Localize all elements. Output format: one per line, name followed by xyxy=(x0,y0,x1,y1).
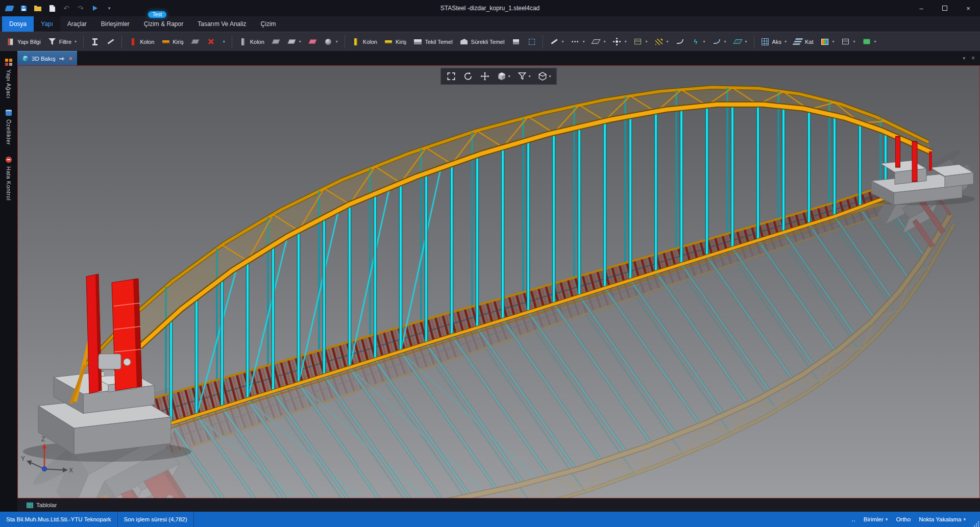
strip-close-icon[interactable]: × xyxy=(971,55,975,62)
brace-more-button[interactable]: ▾ xyxy=(219,34,228,49)
concrete-kolon-button[interactable]: Kolon xyxy=(236,34,267,49)
pan-icon xyxy=(480,71,489,81)
bolt-tool-button[interactable]: ϟ▾ xyxy=(689,34,708,49)
plate-tool-2-button[interactable]: ▾ xyxy=(284,34,304,49)
brace-tool-button[interactable] xyxy=(188,34,203,49)
kat-button[interactable]: Kat xyxy=(791,34,817,49)
caret-icon: ▾ xyxy=(963,517,966,522)
footing-extra-button[interactable] xyxy=(508,34,523,49)
tab-close-icon[interactable]: × xyxy=(68,55,72,62)
tablolar-tab[interactable]: Tablolar xyxy=(21,498,62,512)
bottom-tab-strip: Tablolar xyxy=(17,498,980,512)
menu-cizim-rapor-label: Çizim & Rapor xyxy=(144,20,183,28)
3d-scene-canvas[interactable]: Z X Y xyxy=(18,66,979,498)
surekli-temel-button[interactable]: Sürekli Temel xyxy=(457,34,508,49)
tekil-temel-button[interactable]: Tekil Temel xyxy=(410,34,455,49)
menu-tasarim-analiz[interactable]: Tasarım Ve Analiz xyxy=(190,16,253,32)
view-cube-button[interactable]: ▾ xyxy=(494,70,513,83)
aks-button[interactable]: Aks ▾ xyxy=(758,34,790,49)
sphere-tool-button[interactable]: ▾ xyxy=(321,34,341,49)
filtre-button[interactable]: Filtre ▾ xyxy=(45,34,80,49)
menu-bar: Dosya Yapı Araçlar Birleşimler Çizim & R… xyxy=(0,16,980,32)
open-folder-button[interactable] xyxy=(33,3,43,13)
yapi-bilgi-button[interactable]: Yapı Bilgi xyxy=(3,34,44,49)
status-dots: ‥ xyxy=(851,516,855,523)
close-button[interactable]: × xyxy=(957,0,980,16)
slope-tool-button[interactable] xyxy=(103,34,118,49)
sidebar-item-yapi-agaci[interactable]: Yapı Ağacı xyxy=(0,54,17,103)
column-gray-icon xyxy=(239,37,248,46)
pin-icon[interactable] xyxy=(59,56,65,62)
grid-icon xyxy=(761,37,770,46)
axis-x-label: X xyxy=(69,467,73,474)
quick-access-caret-icon[interactable]: ▾ xyxy=(104,3,114,13)
knife-icon xyxy=(550,37,558,46)
resize-grip[interactable] xyxy=(974,521,975,522)
hatch-icon xyxy=(655,37,664,46)
view-filter-button[interactable]: ▾ xyxy=(514,70,533,83)
tab-3d-bakis[interactable]: 3D Bakış × xyxy=(17,51,77,65)
frame-icon xyxy=(841,37,850,46)
viewport-toolbar: ▾ ▾ ▾ xyxy=(440,68,556,85)
ribbon-toolbar: Yapı Bilgi Filtre ▾ Kolon Kiriş ▾ Kolon xyxy=(0,32,980,51)
nokta-yakalama-dropdown[interactable]: Nokta Yakalama ▾ xyxy=(919,516,966,522)
plane-tool-button[interactable]: ▾ xyxy=(589,34,608,49)
cross-brace-button[interactable] xyxy=(204,34,218,49)
ortho-toggle[interactable]: Ortho xyxy=(896,516,911,522)
fit-view-icon xyxy=(446,71,456,81)
teal-plane-button[interactable]: ▾ xyxy=(730,34,750,49)
caret-icon: ▾ xyxy=(336,39,338,44)
steel-kiris-button[interactable]: Kiriş xyxy=(158,34,186,49)
cut-tool-button[interactable]: ▾ xyxy=(547,34,567,49)
menu-yapi[interactable]: Yapı xyxy=(34,16,60,32)
sidebar-item-ozellikler[interactable]: Özellikler xyxy=(0,105,17,149)
zoom-extents-button[interactable] xyxy=(443,70,459,83)
projection-button[interactable]: ▾ xyxy=(535,70,554,83)
arc-tool-button[interactable]: ▾ xyxy=(709,34,729,49)
points-tool-button[interactable]: ▾ xyxy=(568,34,587,49)
hatch-tool-button[interactable]: ▾ xyxy=(652,34,672,49)
profile-section-button[interactable] xyxy=(87,34,102,49)
window-layout-button[interactable]: ▾ xyxy=(838,34,858,49)
view-filter-icon xyxy=(517,71,527,81)
lightning-icon: ϟ xyxy=(692,37,700,46)
new-file-button[interactable] xyxy=(47,3,57,13)
menu-dosya[interactable]: Dosya xyxy=(2,16,34,32)
pan-button[interactable] xyxy=(477,70,493,83)
axis-kolon-button[interactable]: Kolon xyxy=(349,34,380,49)
menu-cizim[interactable]: Çizim xyxy=(254,16,283,32)
structure-tree-icon xyxy=(5,59,8,62)
menu-cizim-rapor[interactable]: Çizim & Rapor Test xyxy=(137,16,190,32)
brace-plate-icon xyxy=(191,37,200,46)
orbit-button[interactable] xyxy=(460,70,476,83)
display-mode-button[interactable]: ▾ xyxy=(859,34,879,49)
menu-birlesimler[interactable]: Birleşimler xyxy=(94,16,137,32)
point-snap-tool-button[interactable]: ▾ xyxy=(609,34,629,49)
sidebar-label: Yapı Ağacı xyxy=(6,69,12,98)
3d-viewport[interactable]: ▾ ▾ ▾ xyxy=(17,65,980,498)
birimler-label: Birimler xyxy=(864,516,884,522)
menu-araclar[interactable]: Araçlar xyxy=(60,16,94,32)
birimler-dropdown[interactable]: Birimler ▾ xyxy=(864,516,888,522)
table-views-button[interactable]: ▾ xyxy=(817,34,837,49)
selection-rect-button[interactable] xyxy=(524,34,539,49)
pad-footing-icon xyxy=(413,37,422,46)
axis-kiris-button[interactable]: Kiriş xyxy=(381,34,409,49)
window-title: STASteel -dizdar_kopru_1.steel4cad xyxy=(0,5,980,12)
steel-kolon-button[interactable]: Kolon xyxy=(126,34,157,49)
plate-tool-1-button[interactable] xyxy=(268,34,283,49)
sphere-icon xyxy=(324,37,333,46)
plate-pink-button[interactable] xyxy=(305,34,320,49)
save-button[interactable] xyxy=(18,3,29,13)
flag-icon[interactable] xyxy=(90,3,100,13)
plane-icon xyxy=(592,37,600,46)
sidebar-item-hata-kontrol[interactable]: Hata Kontrol xyxy=(0,152,17,205)
minimize-button[interactable]: – xyxy=(910,0,933,16)
tab-list-caret-icon[interactable]: ▾ xyxy=(963,56,965,61)
redo-icon[interactable]: ↷ xyxy=(76,3,86,13)
maximize-button[interactable] xyxy=(933,0,957,16)
curve-tool-button[interactable] xyxy=(673,34,688,49)
lines-tool-button[interactable]: ▾ xyxy=(630,34,650,49)
undo-icon[interactable]: ↶ xyxy=(61,3,71,13)
status-bar: Sta Bil.Muh.Mus.Ltd.Sti.-YTU Teknopark S… xyxy=(0,512,980,527)
